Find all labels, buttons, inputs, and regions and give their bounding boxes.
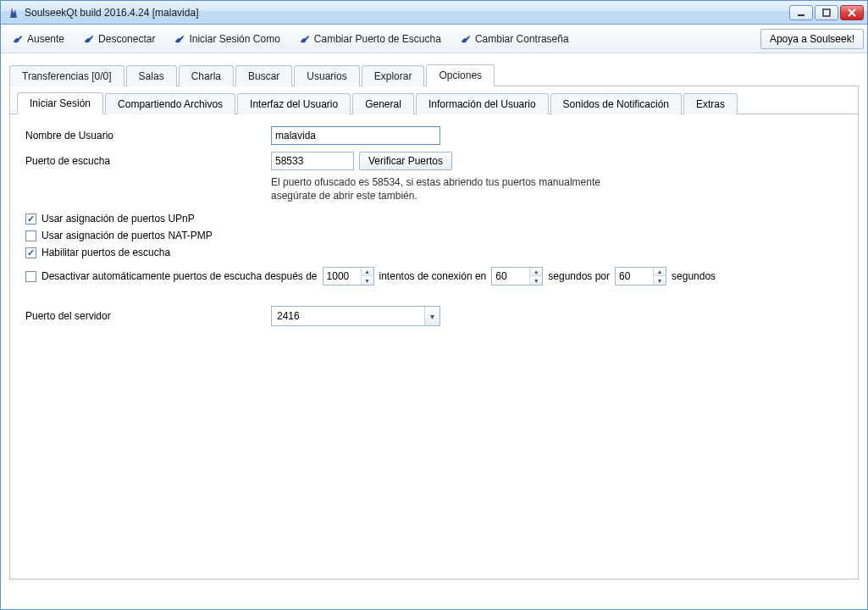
tab-search[interactable]: Buscar bbox=[235, 65, 292, 86]
chevron-down-icon[interactable] bbox=[424, 307, 440, 325]
server-port-label: Puerto del servidor bbox=[25, 310, 271, 322]
tab-users[interactable]: Usuarios bbox=[294, 65, 359, 86]
seconds2-spinner[interactable]: ▲▼ bbox=[615, 267, 666, 286]
username-label: Nombre de Usuario bbox=[25, 130, 271, 141]
subtab-ui[interactable]: Interfaz del Usuario bbox=[237, 93, 351, 114]
username-input[interactable] bbox=[271, 126, 440, 145]
minimize-button[interactable] bbox=[789, 5, 813, 20]
auto-disable-suffix: segundos bbox=[672, 270, 716, 282]
support-button[interactable]: Apoya a Soulseek! bbox=[760, 29, 864, 49]
spin-down-icon[interactable]: ▼ bbox=[362, 276, 373, 285]
auto-disable-checkbox[interactable] bbox=[25, 271, 36, 282]
svg-rect-1 bbox=[823, 9, 830, 16]
login-form: Nombre de Usuario Puerto de escucha Veri… bbox=[10, 114, 858, 579]
port-label: Puerto de escucha bbox=[25, 155, 271, 167]
tab-transfers[interactable]: Transferencias [0/0] bbox=[9, 65, 124, 86]
maximize-button[interactable] bbox=[815, 5, 838, 20]
bird-icon bbox=[12, 33, 24, 45]
disconnect-button[interactable]: Desconectar bbox=[75, 30, 163, 48]
enable-ports-checkbox[interactable] bbox=[25, 247, 36, 258]
attempts-input[interactable] bbox=[323, 268, 361, 285]
spin-down-icon[interactable]: ▼ bbox=[530, 276, 542, 285]
upnp-checkbox[interactable] bbox=[25, 214, 36, 225]
change-port-button[interactable]: Cambiar Puerto de Escucha bbox=[291, 30, 449, 48]
main-tabs: Transferencias [0/0] Salas Charla Buscar… bbox=[9, 64, 859, 86]
spin-up-icon[interactable]: ▲ bbox=[530, 268, 542, 276]
natpmp-label: Usar asignación de puertos NAT-PMP bbox=[41, 230, 213, 241]
tab-chat[interactable]: Charla bbox=[179, 65, 234, 86]
options-subtabs: Iniciar Sesión Compartiendo Archivos Int… bbox=[10, 86, 858, 114]
tab-options[interactable]: Opciones bbox=[426, 64, 495, 86]
titlebar: SoulseekQt build 2016.4.24 [malavida] bbox=[1, 1, 867, 25]
away-label: Ausente bbox=[27, 33, 64, 45]
app-icon bbox=[8, 6, 21, 19]
spin-up-icon[interactable]: ▲ bbox=[362, 268, 373, 276]
bird-icon bbox=[460, 33, 472, 45]
close-button[interactable] bbox=[840, 5, 864, 20]
change-password-button[interactable]: Cambiar Contraseña bbox=[452, 30, 577, 48]
seconds2-input[interactable] bbox=[616, 268, 653, 285]
port-hint: El puerto ofuscado es 58534, si estas ab… bbox=[271, 175, 610, 202]
subtab-login[interactable]: Iniciar Sesión bbox=[17, 92, 103, 114]
verify-ports-button[interactable]: Verificar Puertos bbox=[359, 152, 452, 170]
change-password-label: Cambiar Contraseña bbox=[475, 33, 569, 45]
server-port-input[interactable] bbox=[272, 310, 424, 322]
bird-icon bbox=[174, 33, 185, 45]
spin-down-icon[interactable]: ▼ bbox=[654, 276, 666, 285]
enable-ports-label: Habilitar puertos de escucha bbox=[41, 247, 170, 258]
window-title: SoulseekQt build 2016.4.24 [malavida] bbox=[25, 7, 198, 19]
disconnect-label: Desconectar bbox=[98, 33, 155, 45]
seconds1-spinner[interactable]: ▲▼ bbox=[491, 267, 543, 286]
server-port-combo[interactable] bbox=[271, 306, 440, 326]
subtab-extras[interactable]: Extras bbox=[683, 93, 738, 114]
seconds1-input[interactable] bbox=[492, 268, 529, 285]
auto-disable-mid2: segundos por bbox=[548, 270, 610, 282]
listen-port-input[interactable] bbox=[271, 152, 354, 170]
login-as-button[interactable]: Iniciar Sesión Como bbox=[166, 30, 287, 48]
auto-disable-prefix: Desactivar automáticamente puertos de es… bbox=[41, 270, 318, 282]
tab-rooms[interactable]: Salas bbox=[126, 65, 177, 86]
auto-disable-mid1: intentos de conexión en bbox=[379, 270, 487, 282]
attempts-spinner[interactable]: ▲▼ bbox=[323, 267, 374, 286]
bird-icon bbox=[299, 33, 311, 45]
change-port-label: Cambiar Puerto de Escucha bbox=[314, 33, 441, 45]
subtab-userinfo[interactable]: Información del Usuario bbox=[416, 93, 549, 114]
subtab-general[interactable]: General bbox=[352, 93, 414, 114]
login-as-label: Iniciar Sesión Como bbox=[189, 33, 279, 45]
natpmp-checkbox[interactable] bbox=[25, 230, 36, 241]
bird-icon bbox=[83, 33, 95, 45]
spin-up-icon[interactable]: ▲ bbox=[654, 268, 666, 276]
subtab-sharing[interactable]: Compartiendo Archivos bbox=[105, 93, 235, 114]
toolbar: Ausente Desconectar Iniciar Sesión Como … bbox=[1, 25, 867, 53]
upnp-label: Usar asignación de puertos UPnP bbox=[41, 213, 195, 225]
subtab-sounds[interactable]: Sonidos de Notificación bbox=[550, 93, 682, 114]
away-button[interactable]: Ausente bbox=[4, 30, 72, 48]
tab-explore[interactable]: Explorar bbox=[362, 65, 425, 86]
